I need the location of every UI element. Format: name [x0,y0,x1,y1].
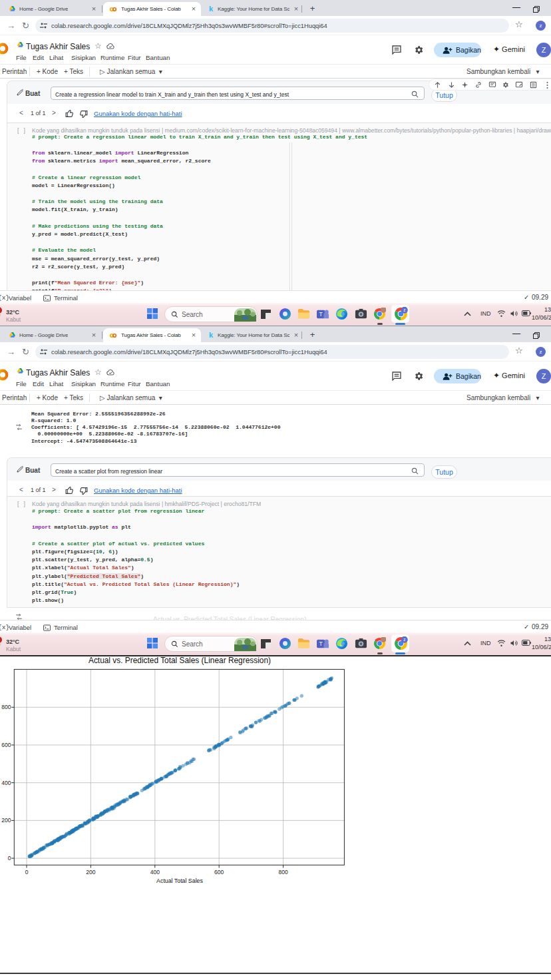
svg-text:200: 200 [1,817,11,824]
svg-text:200: 200 [86,869,95,875]
svg-text:800: 800 [1,704,11,710]
svg-text:z: z [403,637,405,642]
svg-text:600: 600 [1,742,11,748]
svg-text:600: 600 [214,869,224,875]
svg-text:T: T [319,640,323,647]
svg-text:0: 0 [25,869,29,875]
svg-text:Actual vs. Predicted Total Sal: Actual vs. Predicted Total Sales (Linear… [89,656,271,665]
svg-text:z: z [403,308,405,312]
svg-text:400: 400 [150,869,160,875]
svg-text:T: T [319,311,323,318]
svg-text:800: 800 [279,869,288,875]
svg-text:400: 400 [1,780,11,786]
svg-text:0: 0 [8,855,11,861]
svg-text:Actual Total Sales: Actual Total Sales [156,877,203,884]
